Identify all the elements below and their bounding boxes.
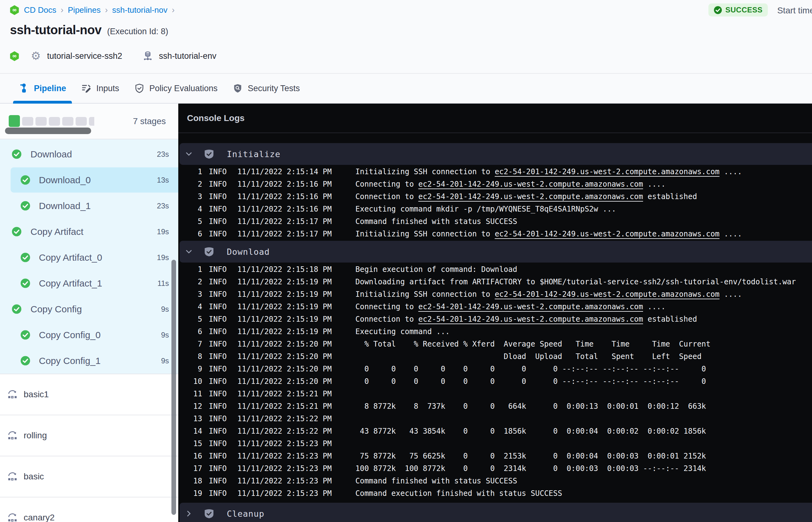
stage-segment-3 [36,117,47,126]
sidebar-scrollbar[interactable] [171,260,176,515]
log-line-number: 19 [178,489,202,498]
log-section-header-initialize[interactable]: Initialize [180,143,812,165]
strategy-row-basic[interactable]: basic [0,456,178,497]
log-line-number: 8 [178,352,202,361]
strategy-row-canary2[interactable]: canary2 [0,497,178,522]
host-link[interactable]: ec2-54-201-142-249.us-west-2.compute.ama… [495,229,719,238]
log-line: 17INFO11/11/2022 2:15:23 PM100 8772k 100… [178,462,812,475]
strategy-row-basic1[interactable]: basic1 [0,374,178,415]
stage-duration: 23s [157,202,169,210]
log-section-header-download[interactable]: Download [180,241,812,263]
log-level: INFO [209,278,227,286]
log-level: INFO [209,217,227,226]
stage-row-copy-config-0[interactable]: Copy Config_09s [0,322,178,348]
host-link[interactable]: ec2-54-201-142-249.us-west-2.compute.ama… [419,315,643,323]
log-level: INFO [209,340,227,348]
host-link[interactable]: ec2-54-201-142-249.us-west-2.compute.ama… [419,192,643,201]
title-row: ssh-tutorial-nov (Execution Id: 8) [10,23,168,37]
stage-duration: 9s [161,357,169,365]
tab-inputs[interactable]: Inputs [76,74,125,103]
strategy-row-rolling[interactable]: rolling [0,415,178,456]
log-line-number: 7 [178,340,202,348]
environment-icon [142,51,154,62]
strategy-name: basic [24,471,44,482]
log-line-number: 5 [178,217,202,226]
log-line: 16INFO11/11/2022 2:15:23 PM 75 8772k 75 … [178,450,812,462]
stage-name: Copy Artifact [31,226,157,237]
log-message: Executing command mkdir -p /tmp/WYQNESE_… [355,205,616,214]
log-line-number: 1 [178,265,202,274]
status-badge: SUCCESS [708,3,768,17]
strategy-list: basic1rollingbasiccanary2 [0,374,178,522]
log-level: INFO [209,167,227,176]
log-section-header-cleanup[interactable]: Cleanup [180,503,812,522]
tab-security-tests[interactable]: Security Tests [227,74,305,103]
tab-pipeline[interactable]: Pipeline [13,74,72,103]
stage-duration: 19s [157,227,169,236]
log-line: 9INFO11/11/2022 2:15:20 PM 0 0 0 0 0 0 0… [178,363,812,375]
stage-name: Copy Config_0 [39,330,161,340]
breadcrumb: ∞CD Docs›Pipelines›ssh-tutorial-nov› [9,5,175,15]
chevron-right-separator-icon: › [61,5,63,15]
stage-name: Copy Config_1 [39,356,161,366]
breadcrumb-link-ssh-tutorial-nov[interactable]: ssh-tutorial-nov [112,5,168,15]
svg-text:∞: ∞ [12,6,17,13]
stage-duration: 9s [161,331,169,339]
log-line: 5INFO11/11/2022 2:15:19 PMConnection to … [178,313,812,325]
tabs-row: PipelineInputsPolicy EvaluationsSecurity… [0,74,812,104]
log-timestamp: 11/11/2022 2:15:20 PM [237,352,332,361]
environment-name[interactable]: ssh-tutorial-env [159,51,217,61]
log-timestamp: 11/11/2022 2:15:18 PM [237,265,332,274]
log-line: 18INFO11/11/2022 2:15:23 PMCommand finis… [178,475,812,487]
stage-row-download[interactable]: Download23s [0,141,178,167]
stage-row-download-1[interactable]: Download_123s [0,193,178,219]
log-line-number: 16 [178,452,202,460]
tab-label: Security Tests [248,84,300,93]
stage-name: Copy Config [31,304,161,315]
log-line: 3INFO11/11/2022 2:15:16 PMConnection to … [178,190,812,203]
stage-duration: 9s [161,305,169,314]
status-badge-label: SUCCESS [725,6,763,14]
chevron-down-icon[interactable] [185,248,192,255]
harness-cd-icon: ∞ [9,5,20,15]
stage-row-copy-config[interactable]: Copy Config9s [0,296,178,322]
log-message: Connecting to ec2-54-201-142-249.us-west… [355,180,666,188]
stage-name: Download_0 [39,175,157,185]
log-message: Downloading artifact from ARTIFACTORY to… [355,278,796,286]
log-timestamp: 11/11/2022 2:15:19 PM [237,315,332,323]
stage-row-download-0[interactable]: Download_013s [0,167,178,193]
breadcrumb-link-cd-docs[interactable]: CD Docs [24,5,56,15]
stage-row-copy-artifact[interactable]: Copy Artifact19s [0,219,178,244]
breadcrumb-link-pipelines[interactable]: Pipelines [68,5,101,15]
strategy-name: basic1 [24,389,49,399]
log-message: Dload Upload Total Spent Left Speed [355,352,702,361]
log-message: Begin execution of command: Download [355,265,517,274]
log-level: INFO [209,477,227,485]
log-line-number: 4 [178,302,202,311]
host-link[interactable]: ec2-54-201-142-249.us-west-2.compute.ama… [419,180,643,188]
log-message: Command execution finished with status S… [355,489,562,498]
log-timestamp: 11/11/2022 2:15:19 PM [237,327,332,336]
stage-graph-scrollbar[interactable] [5,127,91,134]
chevron-down-icon[interactable] [185,150,192,158]
stage-segment-2 [22,117,33,126]
host-link[interactable]: ec2-54-201-142-249.us-west-2.compute.ama… [419,302,643,311]
log-line: 13INFO11/11/2022 2:15:22 PM [178,413,812,425]
stage-row-copy-artifact-0[interactable]: Copy Artifact_019s [0,244,178,270]
host-link[interactable]: ec2-54-201-142-249.us-west-2.compute.ama… [495,290,719,299]
stage-duration: 13s [157,176,169,184]
chevron-right-icon[interactable] [185,510,192,517]
stage-segment-5 [62,117,74,126]
service-name[interactable]: tutorial-service-ssh2 [47,51,122,61]
stage-list: Download23sDownload_013sDownload_123sCop… [0,139,178,374]
section-name: Download [227,247,270,257]
log-message: 0 0 0 0 0 0 0 0 --:--:-- --:--:-- --:--:… [355,377,706,386]
tab-policy-evaluations[interactable]: Policy Evaluations [128,74,223,103]
log-level: INFO [209,489,227,498]
console-title: Console Logs [178,104,812,133]
stage-row-copy-artifact-1[interactable]: Copy Artifact_111s [0,270,178,296]
host-link[interactable]: ec2-54-201-142-249.us-west-2.compute.ama… [495,167,719,176]
stage-row-copy-config-1[interactable]: Copy Config_19s [0,348,178,374]
log-line: 19INFO11/11/2022 2:15:23 PMCommand execu… [178,487,812,500]
tab-label: Pipeline [34,84,66,93]
